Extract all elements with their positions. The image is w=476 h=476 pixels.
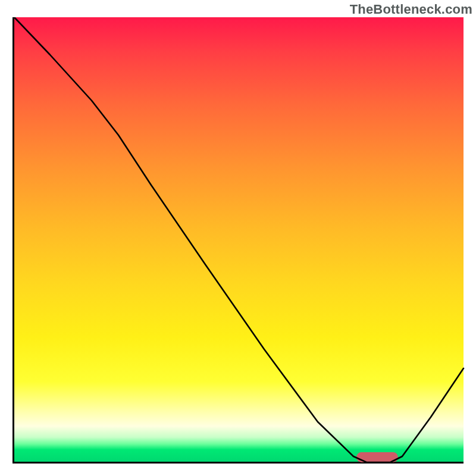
bottleneck-curve bbox=[14, 17, 465, 464]
attribution-label: TheBottleneck.com bbox=[350, 2, 472, 17]
curve-path bbox=[14, 17, 464, 462]
plot-area bbox=[12, 17, 464, 464]
bottleneck-chart: TheBottleneck.com bbox=[0, 0, 476, 476]
